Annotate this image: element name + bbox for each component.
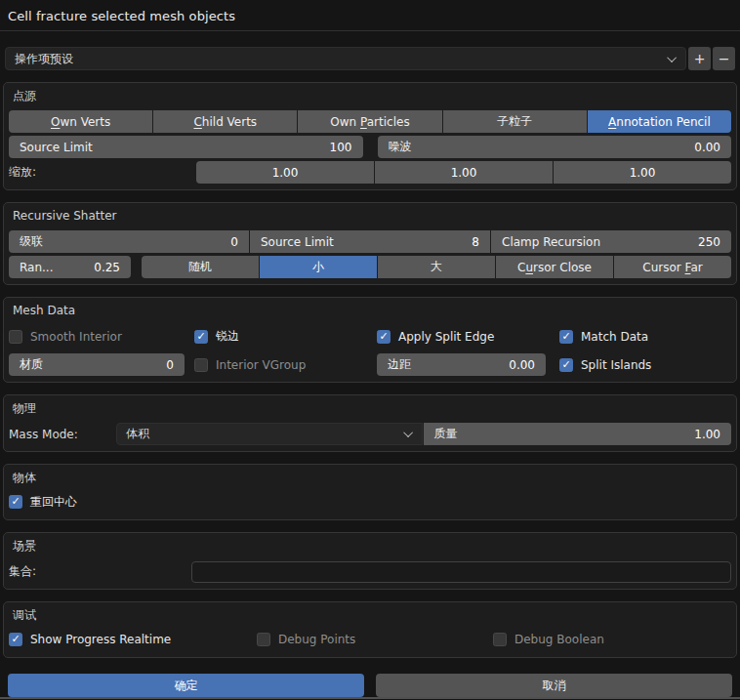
toggle-cursor-far[interactable]: Cursor Far <box>614 256 731 278</box>
checkbox-box <box>493 633 507 646</box>
section-scene: 场景 集合: <box>3 532 737 590</box>
checkbox-label: Apply Split Edge <box>398 330 494 344</box>
scale-y-field[interactable]: 1.00 <box>375 161 553 184</box>
operator-presets-value: 操作项预设 <box>15 51 73 67</box>
section-title-mesh-data: Mesh Data <box>13 303 731 318</box>
toggle-label: Cursor Far <box>642 261 702 274</box>
add-preset-button[interactable]: + <box>688 47 711 70</box>
mass-mode-label: Mass Mode: <box>9 423 116 445</box>
toggle-label: 子粒子 <box>497 113 532 130</box>
section-object: 物体 重回中心 <box>3 464 737 520</box>
slider-value: 250 <box>698 235 720 249</box>
sharp-edges-checkbox[interactable]: 锐边 <box>194 325 239 348</box>
slider-value: 0.25 <box>94 261 120 274</box>
toggle-label: Own Particles <box>330 115 409 129</box>
source-limit-slider[interactable]: Source Limit 100 <box>9 136 363 158</box>
scale-x-field[interactable]: 1.00 <box>196 161 374 184</box>
margin-slider[interactable]: 边距 0.00 <box>377 353 546 376</box>
toggle-child-verts[interactable]: Child Verts <box>153 110 297 133</box>
preset-row: 操作项预设 + − <box>5 47 735 70</box>
checkbox-label: 锐边 <box>216 328 239 345</box>
section-title-recursive-shatter: Recursive Shatter <box>13 208 731 224</box>
slider-label: 噪波 <box>389 139 412 155</box>
slider-value: 0 <box>230 235 238 249</box>
debug-boolean-checkbox[interactable]: Debug Boolean <box>493 630 604 649</box>
toggle-own-verts[interactable]: Own Verts <box>9 110 152 133</box>
recenter-checkbox[interactable]: 重回中心 <box>9 492 77 512</box>
slider-label: 材质 <box>20 356 43 373</box>
toggle-annotation-pencil[interactable]: Annotation Pencil <box>588 110 731 133</box>
mass-mode-dropdown[interactable]: 体积 <box>116 423 423 445</box>
ok-button-label: 确定 <box>175 678 198 694</box>
checkbox-box <box>257 633 270 646</box>
minus-icon: − <box>719 51 730 66</box>
slider-label: Ran... <box>20 261 53 274</box>
section-title-point-source: 点源 <box>13 88 731 103</box>
noise-slider[interactable]: 噪波 0.00 <box>378 136 732 158</box>
clamp-recursion-slider[interactable]: Clamp Recursion 250 <box>491 230 731 253</box>
window-bottom-edge <box>0 697 740 699</box>
recursion-source-group: 随机 小 大 Cursor Close Cursor Far <box>142 256 731 278</box>
slider-value: 0 <box>166 358 174 372</box>
section-physics: 物理 Mass Mode: 体积 质量 1.00 <box>3 394 737 452</box>
checkbox-box <box>559 330 573 344</box>
cancel-button-label: 取消 <box>543 678 566 694</box>
apply-split-edge-checkbox[interactable]: Apply Split Edge <box>377 325 494 348</box>
toggle-child-particles[interactable]: 子粒子 <box>443 110 587 133</box>
slider-value: 0.00 <box>509 358 535 372</box>
section-recursive-shatter: Recursive Shatter 级联 0 Source Limit 8 Cl… <box>3 202 737 285</box>
section-title-scene: 场景 <box>13 538 731 554</box>
remove-preset-button[interactable]: − <box>713 47 735 70</box>
slider-label: 边距 <box>388 356 411 373</box>
slider-label: Clamp Recursion <box>502 235 600 249</box>
toggle-small[interactable]: 小 <box>260 256 377 278</box>
toggle-own-particles[interactable]: Own Particles <box>298 110 441 133</box>
checkbox-box <box>9 330 22 344</box>
recursion-fields: 级联 0 Source Limit 8 Clamp Recursion 250 <box>9 230 731 253</box>
toggle-label: 大 <box>431 259 442 275</box>
toggle-cursor-close[interactable]: Cursor Close <box>496 256 613 278</box>
interior-vgroup-checkbox[interactable]: Interior VGroup <box>194 353 306 376</box>
slider-label: 质量 <box>434 426 458 442</box>
chevron-down-icon <box>403 428 413 437</box>
header-divider <box>0 30 740 31</box>
random-factor-slider[interactable]: Ran... 0.25 <box>9 256 131 278</box>
toggle-label: 随机 <box>188 259 212 275</box>
section-title-physics: 物理 <box>13 400 731 416</box>
split-islands-checkbox[interactable]: Split Islands <box>559 353 651 376</box>
scale-z-field[interactable]: 1.00 <box>554 161 731 184</box>
section-mesh-data: Mesh Data Smooth Interior 锐边 Apply Split… <box>3 297 737 383</box>
checkbox-label: Debug Boolean <box>514 633 604 646</box>
show-progress-realtime-checkbox[interactable]: Show Progress Realtime <box>9 630 171 649</box>
point-source-mode-group: Own Verts Child Verts Own Particles 子粒子 … <box>9 110 731 133</box>
material-slider[interactable]: 材质 0 <box>9 353 185 376</box>
debug-points-checkbox[interactable]: Debug Points <box>257 630 355 649</box>
checkbox-label: Split Islands <box>581 358 651 372</box>
match-data-checkbox[interactable]: Match Data <box>559 325 648 348</box>
toggle-label: Annotation Pencil <box>608 115 711 129</box>
recursion-source-limit-slider[interactable]: Source Limit 8 <box>250 230 490 253</box>
cascade-slider[interactable]: 级联 0 <box>9 230 249 253</box>
toggle-random[interactable]: 随机 <box>142 256 259 278</box>
smooth-interior-checkbox[interactable]: Smooth Interior <box>9 325 122 348</box>
toggle-label: 小 <box>312 259 324 275</box>
cancel-button[interactable]: 取消 <box>376 674 732 697</box>
checkbox-box <box>559 358 573 372</box>
section-debug: 调试 Show Progress Realtime Debug Points D… <box>3 601 737 658</box>
slider-value: 8 <box>472 235 479 249</box>
plus-icon: + <box>694 51 706 66</box>
toggle-label: Child Verts <box>193 115 257 129</box>
collection-input[interactable] <box>191 561 731 583</box>
ok-button[interactable]: 确定 <box>8 674 364 697</box>
dialog-title: Cell fracture selected mesh objects <box>0 0 740 30</box>
mass-mode-value: 体积 <box>126 426 149 442</box>
section-point-source: 点源 Own Verts Child Verts Own Particles 子… <box>3 82 737 190</box>
slider-label: 级联 <box>20 233 43 250</box>
checkbox-box <box>194 358 208 372</box>
toggle-big[interactable]: 大 <box>378 256 495 278</box>
checkbox-box <box>9 633 22 646</box>
mass-slider[interactable]: 质量 1.00 <box>424 423 732 445</box>
operator-presets-dropdown[interactable]: 操作项预设 <box>5 47 686 70</box>
section-title-debug: 调试 <box>13 607 731 623</box>
scale-label: 缩放: <box>9 161 196 184</box>
